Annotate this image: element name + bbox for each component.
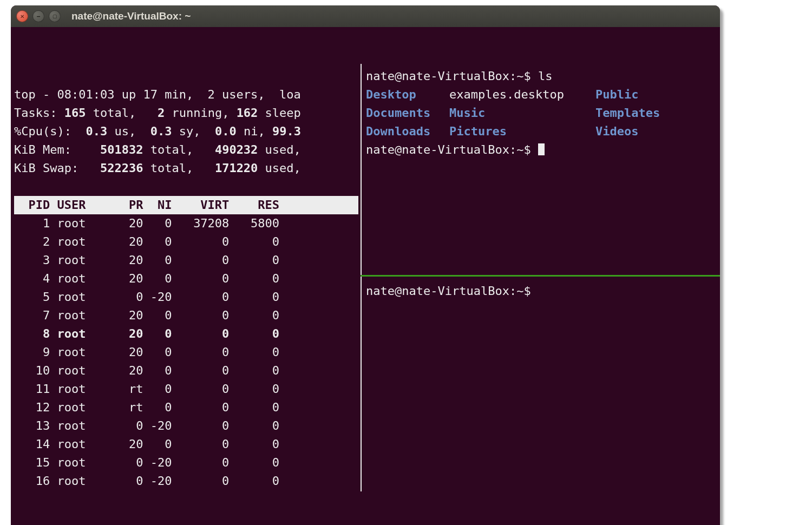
top-tasks-sleep: 162: [237, 106, 258, 120]
minimize-icon[interactable]: [32, 10, 44, 22]
ls-entry: Documents: [366, 104, 449, 122]
process-row: 14 root 20 0 0 0: [14, 435, 361, 454]
top-tasks-lbl: Tasks:: [14, 106, 64, 120]
top-header-row: PID USER PR NI VIRT RES: [14, 196, 358, 214]
process-row: 4 root 20 0 0 0: [14, 270, 361, 288]
shell-prompt: nate@nate-VirtualBox:~$: [366, 284, 538, 298]
process-row: 17 root 0 -20 0 0: [14, 490, 361, 491]
process-row: 1 root 20 0 37208 5800: [14, 214, 361, 233]
ls-entry: examples.desktop: [449, 86, 595, 104]
process-row: 11 root rt 0 0 0: [14, 380, 361, 398]
shell-prompt: nate@nate-VirtualBox:~$: [366, 69, 538, 83]
process-row: 16 root 0 -20 0 0: [14, 472, 361, 490]
window-title: nate@nate-VirtualBox: ~: [71, 10, 191, 22]
tmux-pane-top-right[interactable]: nate@nate-VirtualBox:~$ ls DesktopDocume…: [361, 64, 720, 275]
cursor-icon: [538, 143, 545, 155]
process-row: 8 root 20 0 0 0: [14, 325, 361, 343]
tmux-pane-bottom-right[interactable]: nate@nate-VirtualBox:~$: [361, 277, 720, 491]
process-row: 7 root 20 0 0 0: [14, 306, 361, 325]
ls-entry: Music: [449, 104, 595, 122]
tmux-pane-left[interactable]: top - 08:01:03 up 17 min, 2 users, loa T…: [11, 64, 361, 491]
ls-entry: Public: [595, 86, 679, 104]
terminal-body[interactable]: top - 08:01:03 up 17 min, 2 users, loa T…: [11, 27, 720, 525]
ls-entry: Templates: [595, 104, 679, 122]
process-row: 15 root 0 -20 0 0: [14, 454, 361, 472]
shell-prompt: nate@nate-VirtualBox:~$: [366, 143, 538, 156]
process-row: 3 root 20 0 0 0: [14, 251, 361, 270]
close-icon[interactable]: [16, 10, 28, 22]
top-process-list: 1 root 20 0 37208 5800 2 root 20 0 0 0 3…: [14, 214, 361, 491]
process-row: 5 root 0 -20 0 0: [14, 288, 361, 306]
process-row: 13 root 0 -20 0 0: [14, 417, 361, 435]
top-tasks-total: 165: [64, 106, 86, 120]
maximize-icon[interactable]: [49, 10, 61, 22]
top-swap-lbl: KiB Swap:: [14, 161, 100, 175]
ls-entry: Videos: [595, 122, 679, 141]
top-mem-lbl: KiB Mem:: [14, 143, 100, 156]
ls-entry: Desktop: [366, 86, 449, 104]
top-line1: top - 08:01:03 up 17 min, 2 users, loa: [14, 88, 301, 101]
ls-entry: Pictures: [449, 122, 595, 141]
shell-command: ls: [538, 69, 553, 83]
ls-entry: Downloads: [366, 122, 449, 141]
top-tasks-run: 2: [158, 106, 165, 120]
top-cpu-lbl: %Cpu(s):: [14, 124, 86, 138]
process-row: 12 root rt 0 0 0: [14, 398, 361, 417]
process-row: 9 root 20 0 0 0: [14, 343, 361, 362]
titlebar: nate@nate-VirtualBox: ~: [11, 5, 720, 27]
ls-output: DesktopDocumentsDownloadsexamples.deskto…: [366, 86, 720, 141]
process-row: 10 root 20 0 0 0: [14, 362, 361, 380]
process-row: 2 root 20 0 0 0: [14, 233, 361, 251]
terminal-window: nate@nate-VirtualBox: ~ top - 08:01:03 u…: [11, 5, 720, 525]
